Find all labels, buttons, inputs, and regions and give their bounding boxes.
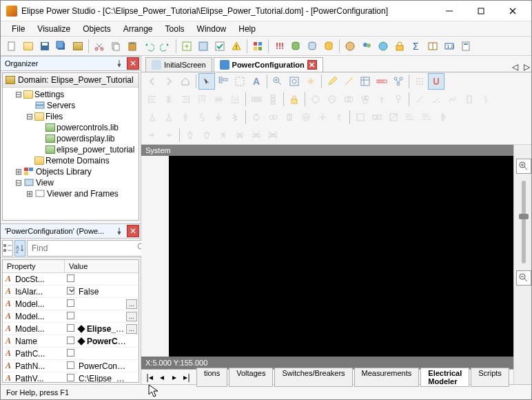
bottom-tab[interactable]: Switches/Breakers <box>274 368 352 387</box>
back-icon[interactable] <box>145 74 160 89</box>
palette-icon[interactable] <box>342 39 358 54</box>
sym-conn-r-icon[interactable] <box>161 128 176 143</box>
categorize-button[interactable] <box>2 240 13 257</box>
sym-feeder-icon[interactable] <box>391 92 406 107</box>
menu-visualize[interactable]: Visualize <box>32 23 76 35</box>
pin-icon[interactable] <box>113 57 125 70</box>
sym-ground-icon[interactable] <box>211 110 226 125</box>
sym-load1-icon[interactable] <box>145 110 160 125</box>
tab-initialscreen[interactable]: InitialScreen <box>145 57 212 72</box>
sym-arrow-icon[interactable] <box>374 92 389 107</box>
layers-icon[interactable] <box>358 74 373 89</box>
property-grid[interactable]: Property Value ADocSt...AIsAlar...FalseA… <box>2 259 139 383</box>
sym-tower4-icon[interactable] <box>232 128 247 143</box>
panel-close-button[interactable]: ✕ <box>127 225 139 237</box>
menu-window[interactable]: Window <box>192 23 232 35</box>
node-settings[interactable]: ⊟Settings <box>3 89 139 100</box>
sym-tower6-icon[interactable] <box>265 128 280 143</box>
paste-icon[interactable] <box>125 39 140 54</box>
node-view[interactable]: ⊟View <box>3 177 139 188</box>
redo-icon[interactable] <box>158 39 173 54</box>
node-objlib[interactable]: ⊞Objects Library <box>3 166 139 177</box>
nav-last-icon[interactable]: ▸| <box>181 372 192 382</box>
domain-icon[interactable] <box>70 39 85 54</box>
drawing-canvas[interactable] <box>169 156 513 357</box>
sym-tower1-icon[interactable] <box>183 128 198 143</box>
sym-dc-icon[interactable]: DC <box>402 110 418 125</box>
node-file3[interactable]: elipse_power_tutorial <box>3 144 139 155</box>
nav-next-icon[interactable]: ▸ <box>169 372 180 382</box>
blocks-icon[interactable] <box>250 39 265 54</box>
tab-prev-icon[interactable]: ◁ <box>512 62 518 72</box>
align-icon[interactable] <box>216 74 231 89</box>
sym-gen-icon[interactable] <box>325 92 340 107</box>
warn-icon[interactable]: ! <box>229 39 244 54</box>
property-row[interactable]: APathV...C:\Elipse_Po... <box>3 372 139 383</box>
sym-ct-icon[interactable] <box>249 110 264 125</box>
copy-icon[interactable] <box>108 39 123 54</box>
align-right-icon[interactable] <box>178 92 193 107</box>
bottom-tab[interactable]: tions <box>196 368 227 387</box>
tab-next-icon[interactable]: ▷ <box>524 62 530 72</box>
db1-icon[interactable] <box>288 39 303 54</box>
grid-dots-icon[interactable] <box>412 74 427 89</box>
sym-src-icon[interactable] <box>315 110 330 125</box>
property-row[interactable]: AModel...... <box>3 310 139 323</box>
align-top-icon[interactable] <box>194 92 209 107</box>
ellipsis-button[interactable]: ... <box>126 324 137 334</box>
text-tool-icon[interactable]: A <box>249 74 264 89</box>
zoom-fit-icon[interactable] <box>287 74 302 89</box>
pan-icon[interactable] <box>303 74 318 89</box>
sym-ind-icon[interactable] <box>194 110 209 125</box>
organizer-tree[interactable]: Domain: Elipse_Power_Tutorial ⊟Settings … <box>2 72 139 221</box>
node-files[interactable]: ⊟Files <box>3 111 139 122</box>
config1-icon[interactable] <box>196 39 211 54</box>
pointer-icon[interactable] <box>199 74 214 89</box>
node-file1[interactable]: powercontrols.lib <box>3 122 139 133</box>
sec-icon[interactable] <box>392 39 407 54</box>
zoom-in-button[interactable] <box>516 159 531 174</box>
align-bot-icon[interactable] <box>227 92 243 107</box>
property-row[interactable]: APathN...PowerConfig... <box>3 360 139 372</box>
sym-breaker-icon[interactable] <box>462 92 477 107</box>
sym-tower2-icon[interactable] <box>199 128 214 143</box>
lock-icon[interactable] <box>287 92 302 107</box>
find-box[interactable] <box>27 240 150 257</box>
sym-block3-icon[interactable] <box>386 110 401 125</box>
align-mid-icon[interactable] <box>211 92 226 107</box>
nav-first-icon[interactable]: |◂ <box>144 372 155 382</box>
menu-arrange[interactable]: Arrange <box>118 23 158 35</box>
bottom-tab[interactable]: Voltages <box>229 368 273 387</box>
home-icon[interactable] <box>178 74 193 89</box>
distribute-v-icon[interactable] <box>265 92 280 107</box>
align-center-icon[interactable] <box>161 92 176 107</box>
sym-tower5-icon[interactable] <box>249 128 264 143</box>
sort-button[interactable]: AZ <box>14 240 25 257</box>
zoom-slider[interactable] <box>522 181 526 263</box>
sym-polyline-icon[interactable] <box>445 92 460 107</box>
sym-cap-icon[interactable] <box>178 110 193 125</box>
sym-pt-icon[interactable] <box>265 110 280 125</box>
zoom-out-button[interactable] <box>516 270 531 286</box>
distribute-h-icon[interactable] <box>249 92 264 107</box>
sym-conn-l-icon[interactable] <box>145 128 160 143</box>
property-row[interactable]: AModel...Elipse_P...... <box>3 323 139 335</box>
zoom-icon[interactable] <box>270 74 285 89</box>
node-viewer[interactable]: ⊞Viewer and Frames <box>3 188 139 199</box>
ruler-icon[interactable] <box>374 74 389 89</box>
panel-close-button[interactable]: ✕ <box>127 57 139 70</box>
sym-trans3-icon[interactable] <box>358 92 373 107</box>
sym-arrowup-icon[interactable] <box>331 110 347 125</box>
branch-icon[interactable] <box>391 74 406 89</box>
tab-close-icon[interactable]: ✕ <box>307 60 317 70</box>
tab-powerconfiguration[interactable]: PowerConfiguration ✕ <box>214 57 323 72</box>
property-row[interactable]: APathC... <box>3 348 139 360</box>
saveall-icon[interactable] <box>54 39 69 54</box>
alerts-icon[interactable]: !!! <box>272 39 287 54</box>
sym-dc2-icon[interactable]: DC <box>419 110 434 125</box>
sym-disc-icon[interactable] <box>478 92 493 107</box>
sigma-icon[interactable]: Σ <box>409 39 424 54</box>
check-icon[interactable] <box>212 39 227 54</box>
report-icon[interactable] <box>458 39 473 54</box>
sym-switch-icon[interactable] <box>429 92 444 107</box>
